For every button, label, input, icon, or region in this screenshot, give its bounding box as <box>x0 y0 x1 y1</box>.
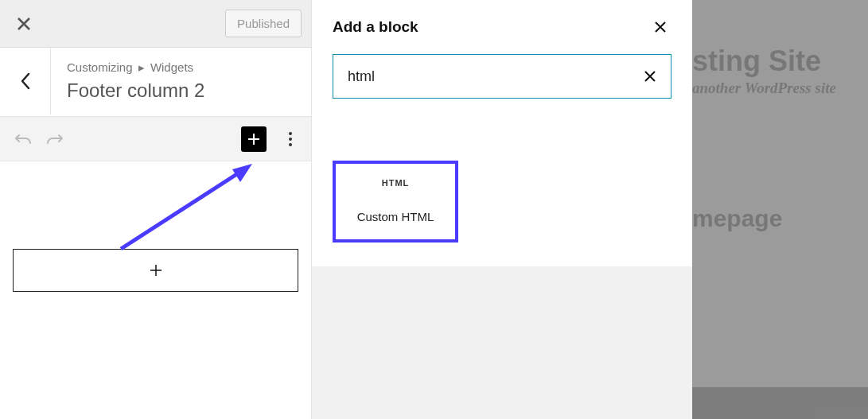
svg-point-2 <box>289 143 292 146</box>
block-search-box[interactable] <box>333 54 671 99</box>
plus-icon <box>149 263 163 277</box>
svg-marker-4 <box>232 164 252 182</box>
clear-search-button[interactable] <box>639 65 661 87</box>
undo-icon <box>14 133 32 145</box>
close-inserter-button[interactable] <box>649 16 671 38</box>
site-preview: sting Site another WordPress site mepage <box>692 0 868 419</box>
block-results: HTML Custom HTML <box>312 113 692 242</box>
block-inserter-header: Add a block <box>312 0 692 54</box>
redo-button[interactable] <box>46 130 64 148</box>
svg-point-1 <box>289 138 292 141</box>
block-card-custom-html[interactable]: HTML Custom HTML <box>333 161 458 242</box>
close-icon <box>17 17 31 31</box>
add-block-placeholder[interactable] <box>13 249 298 292</box>
add-block-button[interactable] <box>241 126 267 152</box>
svg-line-3 <box>121 169 244 249</box>
breadcrumb: Customizing ▸ Widgets Footer column 2 <box>51 48 220 116</box>
sidebar-topbar: Published <box>0 0 311 48</box>
breadcrumb-root: Customizing <box>67 60 133 74</box>
redo-icon <box>46 133 64 145</box>
editor-toolbar <box>0 117 311 161</box>
block-search-row <box>312 54 692 113</box>
more-options-button[interactable] <box>281 126 300 152</box>
block-inserter-footer-area <box>312 266 692 419</box>
annotation-arrow-icon <box>113 161 264 257</box>
breadcrumb-separator: ▸ <box>138 60 145 74</box>
undo-button[interactable] <box>14 130 32 148</box>
publish-status-button[interactable]: Published <box>225 10 302 37</box>
customizer-sidebar: Published Customizing ▸ Widgets Footer c… <box>0 0 312 419</box>
back-button[interactable] <box>0 48 51 114</box>
breadcrumb-row: Customizing ▸ Widgets Footer column 2 <box>0 48 311 117</box>
panel-title: Footer column 2 <box>67 80 204 102</box>
plus-icon <box>247 132 261 146</box>
close-icon <box>644 70 656 83</box>
chevron-left-icon <box>20 72 31 90</box>
block-card-title: Custom HTML <box>336 210 455 223</box>
close-icon <box>654 21 667 33</box>
close-customizer-button[interactable] <box>10 10 38 38</box>
block-inserter-title: Add a block <box>333 18 649 36</box>
block-search-input[interactable] <box>348 68 639 85</box>
preview-dim-overlay <box>692 0 868 419</box>
svg-point-0 <box>289 132 292 135</box>
ellipsis-vertical-icon <box>289 132 292 146</box>
breadcrumb-leaf: Widgets <box>150 60 193 74</box>
block-inserter-panel: Add a block HTML Custom HTML <box>312 0 692 419</box>
html-block-icon: HTML <box>336 178 455 188</box>
widget-area <box>0 161 311 419</box>
